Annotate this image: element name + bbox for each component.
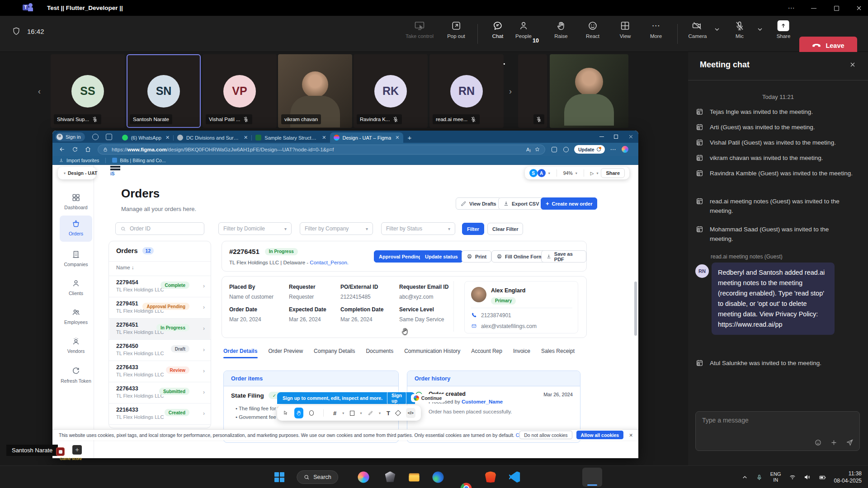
mic-options-chevron-icon[interactable] <box>756 26 764 33</box>
sidebar-item-dashboard[interactable]: Dashboard <box>58 193 94 210</box>
browser-tab[interactable]: (6) WhatsApp✕ <box>118 132 173 143</box>
order-row[interactable]: 2279451TL Flex Holdings LLC Approval Pen… <box>109 297 210 318</box>
present-icon[interactable]: ▷ <box>590 171 594 176</box>
tab-documents[interactable]: Documents <box>366 348 393 354</box>
order-row[interactable]: 2276433TL Flex Holdings LLC Submitted› <box>109 382 210 403</box>
frame-tool-icon[interactable]: # <box>333 410 336 417</box>
sidebar-item-vendors[interactable]: Vendors <box>58 337 94 354</box>
vertical-tabs-icon[interactable] <box>106 134 112 140</box>
tab-company-details[interactable]: Company Details <box>314 348 355 354</box>
pen-tool-icon[interactable] <box>368 410 373 416</box>
copilot-icon[interactable] <box>622 146 628 153</box>
filter-button[interactable]: Filter <box>462 223 484 235</box>
url-field[interactable]: https://www.figma.com/design/9BKQ0FOHRWa… <box>98 145 545 155</box>
tab-order-details[interactable]: Order Details <box>223 348 257 354</box>
taskbar-search[interactable]: Search <box>297 470 338 484</box>
sidebar-item-employees[interactable]: Employees <box>58 308 94 325</box>
edge-icon[interactable] <box>433 471 444 483</box>
back-icon[interactable] <box>59 146 66 153</box>
browser-tab[interactable]: Sample Salary Structure with calc✕ <box>252 132 330 143</box>
lasso-tool-icon[interactable] <box>309 410 314 416</box>
tab-close-icon[interactable]: ✕ <box>322 135 326 141</box>
chat-compose-box[interactable]: Type a message <box>695 411 860 451</box>
sidebar-item-clients[interactable]: Clients <box>58 279 94 296</box>
window-maximize-button[interactable] <box>833 5 840 12</box>
window-minimize-button[interactable] <box>810 5 817 12</box>
send-icon[interactable] <box>846 438 854 446</box>
volume-icon[interactable] <box>804 474 811 481</box>
import-favorites-button[interactable]: Import favorites <box>59 158 99 163</box>
tiles-scroll-right-button[interactable]: › <box>505 84 515 99</box>
sidebar-item-companies[interactable]: Companies <box>58 250 94 267</box>
vscode-icon[interactable] <box>509 471 520 483</box>
camera-options-chevron-icon[interactable] <box>713 26 721 33</box>
browser-tab[interactable]: DC Divisions and Surroundings✕ <box>174 132 251 143</box>
participant-tile-active-speaker[interactable]: SN Santosh Narate <box>127 54 201 128</box>
browser-settings-icon[interactable]: ⋯ <box>610 146 616 153</box>
participant-tile[interactable]: RN read.ai mee... <box>429 54 504 128</box>
cookie-settings-link[interactable]: Cookies settings <box>516 432 520 438</box>
brave-icon[interactable] <box>485 471 496 483</box>
sidebar-item-orders[interactable]: Orders <box>58 219 94 236</box>
participant-tile-video[interactable]: vikram chavan <box>278 54 352 128</box>
participant-tile-video[interactable] <box>550 54 628 128</box>
view-drafts-button[interactable]: View Drafts <box>456 197 501 210</box>
sidebar-item-refresh-token[interactable]: Refresh Token <box>58 366 94 384</box>
fill-online-form-button[interactable]: Fill Online Form <box>491 250 548 263</box>
create-new-order-button[interactable]: + Create new order <box>541 197 597 210</box>
more-button[interactable]: ⋯More <box>650 20 662 39</box>
dev-mode-icon[interactable]: </> <box>406 408 415 418</box>
actions-tool-icon[interactable] <box>395 410 401 416</box>
order-row[interactable]: 2216433TL Flex Holdings LLC Created› <box>109 404 210 424</box>
order-row[interactable]: 2276450TL Flex Holdings LLC Draft› <box>109 340 210 361</box>
order-row[interactable]: 2276433TL Flex Holdings LLC Review› <box>109 361 210 382</box>
file-explorer-icon[interactable] <box>409 471 420 483</box>
new-tab-button[interactable]: + <box>408 134 412 141</box>
camera-button[interactable]: Camera <box>689 20 707 39</box>
collaborator-avatar[interactable]: S <box>529 169 538 177</box>
chevron-down-icon[interactable]: ▾ <box>596 171 598 175</box>
customer-name-link[interactable]: Customer_Name <box>462 399 503 404</box>
google-continue-button[interactable]: Continue <box>411 394 446 402</box>
tiles-scroll-left-button[interactable]: ‹ <box>34 84 44 99</box>
chevron-down-icon[interactable]: ▾ <box>576 171 577 175</box>
start-button[interactable] <box>274 472 284 482</box>
clock[interactable]: 11:3808-04-2025 <box>834 470 862 484</box>
save-as-pdf-button[interactable]: Save as PDF <box>541 250 586 263</box>
attach-plus-icon[interactable] <box>830 439 838 446</box>
contact-phone[interactable]: 2123874901 <box>481 312 511 319</box>
filter-company-select[interactable]: Filter by Company▾ <box>300 222 373 235</box>
clear-filter-button[interactable]: Clear Filter <box>487 223 523 235</box>
language-indicator[interactable]: ENGIN <box>770 471 781 483</box>
zoom-level[interactable]: 94% <box>563 170 573 176</box>
contact-email[interactable]: alex@vstatefilings.com <box>481 323 537 329</box>
figma-signup-button[interactable]: Sign up <box>387 391 406 405</box>
wifi-icon[interactable] <box>789 474 796 481</box>
approval-pending-button[interactable]: Approval Pending <box>374 250 426 263</box>
figma-share-button[interactable]: Share <box>601 168 625 178</box>
collaborator-avatar[interactable]: A <box>538 169 546 177</box>
reload-icon[interactable] <box>72 146 78 153</box>
browser-minimize-button[interactable] <box>599 136 604 137</box>
browser-essentials-icon[interactable] <box>552 147 557 152</box>
contact-person-link[interactable]: Contact_Person. <box>310 260 349 265</box>
emoji-icon[interactable] <box>814 439 822 446</box>
tab-close-icon[interactable]: ✕ <box>395 135 399 141</box>
column-header-name[interactable]: Name ↓ <box>116 265 134 270</box>
figma-file-pill[interactable]: ▾ Design - UAT <box>58 167 96 179</box>
mic-button[interactable]: Mic <box>734 20 745 39</box>
tab-communication-history[interactable]: Communication History <box>404 348 460 354</box>
tray-expand-icon[interactable] <box>741 474 748 481</box>
raise-hand-button[interactable]: Raise <box>554 20 567 39</box>
chat-button[interactable]: Chat <box>492 20 503 39</box>
filter-domicile-select[interactable]: Filter by Domicile▾ <box>218 222 292 235</box>
order-row-selected[interactable]: 2276451TL Flex Holdings LLC In Progress› <box>109 319 210 339</box>
share-add-button[interactable]: + <box>72 445 82 455</box>
participant-tile[interactable]: SS Shivani Sup... <box>51 54 125 128</box>
allow-cookies-button[interactable]: Allow all cookies <box>576 431 624 439</box>
people-button[interactable]: People <box>515 20 532 39</box>
tray-mic-icon[interactable] <box>756 474 763 481</box>
battery-icon[interactable] <box>819 474 826 481</box>
game-bar-icon[interactable] <box>56 447 65 456</box>
tab-activity-icon[interactable] <box>92 134 99 140</box>
